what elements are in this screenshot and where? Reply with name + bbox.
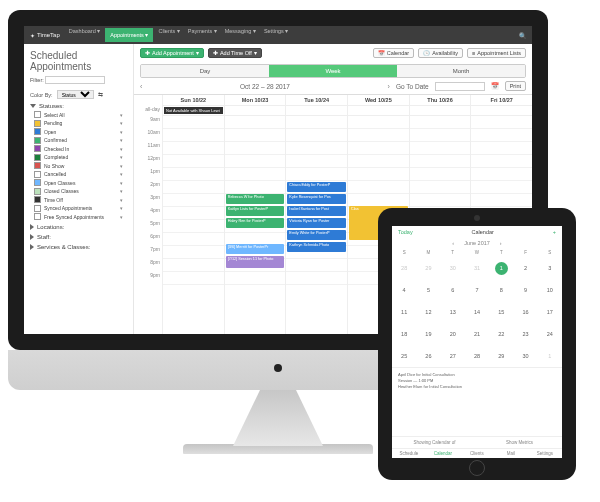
day-column[interactable] bbox=[162, 116, 224, 334]
add-timeoff-button[interactable]: ✚ Add Time Off ▾ bbox=[208, 48, 262, 58]
ipad-today-button[interactable]: Today bbox=[398, 229, 413, 235]
ipad-day-cell[interactable]: 21 bbox=[465, 323, 489, 345]
ipad-day-cell[interactable]: 30 bbox=[513, 345, 537, 367]
ipad-day-cell[interactable]: 25 bbox=[392, 345, 416, 367]
allday-event[interactable]: Not Available with Shaun Lewi bbox=[164, 107, 223, 114]
status-item[interactable]: Select All▾ bbox=[34, 111, 127, 118]
section-staff[interactable]: Staff: bbox=[30, 234, 127, 240]
ipad-day-cell[interactable]: 1 bbox=[489, 257, 513, 279]
ipad-tab[interactable]: Settings bbox=[528, 449, 562, 458]
ipad-next-month[interactable]: › bbox=[500, 240, 502, 246]
ipad-day-cell[interactable]: 29 bbox=[489, 345, 513, 367]
filter-input[interactable] bbox=[45, 76, 105, 84]
ipad-day-cell[interactable]: 4 bbox=[392, 279, 416, 301]
calendar-picker-icon[interactable]: 📅 bbox=[491, 82, 499, 90]
ipad-day-cell[interactable]: 19 bbox=[416, 323, 440, 345]
tab-week[interactable]: Week bbox=[269, 65, 397, 77]
ipad-day-cell[interactable]: 31 bbox=[465, 257, 489, 279]
ipad-day-cell[interactable]: 5 bbox=[416, 279, 440, 301]
ipad-day-cell[interactable]: 8 bbox=[489, 279, 513, 301]
allday-cell[interactable] bbox=[347, 106, 409, 116]
ipad-list-item[interactable]: Session — 1:00 PM bbox=[398, 378, 556, 383]
ipad-day-cell[interactable]: 22 bbox=[489, 323, 513, 345]
ipad-day-cell[interactable]: 6 bbox=[441, 279, 465, 301]
status-item[interactable]: Completed▾ bbox=[34, 154, 127, 161]
allday-cell[interactable]: Not Available with Shaun Lewi bbox=[162, 106, 224, 116]
calendar-button[interactable]: 📅 Calendar bbox=[373, 48, 414, 58]
ipad-day-cell[interactable]: 1 bbox=[538, 345, 562, 367]
status-item[interactable]: Free Synced Appointments▾ bbox=[34, 213, 127, 220]
calendar-event[interactable]: Chiara Eddy for PosterP bbox=[287, 182, 346, 192]
appointment-lists-button[interactable]: ≡ Appointment Lists bbox=[467, 48, 526, 58]
nav-item-payments[interactable]: Payments ▾ bbox=[185, 28, 220, 42]
ipad-tab[interactable]: Clients bbox=[460, 449, 494, 458]
day-column[interactable]: Rebecca W for PhotoKaitlyn Lists for Pos… bbox=[224, 116, 286, 334]
status-item[interactable]: Open Classes▾ bbox=[34, 179, 127, 186]
ipad-list-item[interactable]: April Dice for Initial Consultation bbox=[398, 372, 556, 377]
ipad-day-cell[interactable]: 28 bbox=[465, 345, 489, 367]
ipad-day-cell[interactable]: 10 bbox=[538, 279, 562, 301]
ipad-day-cell[interactable]: 15 bbox=[489, 301, 513, 323]
calendar-event[interactable]: Kaitlyn Lists for PosterP bbox=[226, 206, 285, 216]
status-item[interactable]: Time Off▾ bbox=[34, 196, 127, 203]
ipad-day-cell[interactable]: 30 bbox=[441, 257, 465, 279]
ipad-day-cell[interactable]: 13 bbox=[441, 301, 465, 323]
ipad-day-cell[interactable]: 12 bbox=[416, 301, 440, 323]
ipad-day-cell[interactable]: 18 bbox=[392, 323, 416, 345]
status-item[interactable]: Open▾ bbox=[34, 128, 127, 135]
next-week-button[interactable]: › bbox=[388, 83, 390, 90]
ipad-day-cell[interactable]: 3 bbox=[538, 257, 562, 279]
print-button[interactable]: Print bbox=[505, 81, 526, 91]
ipad-day-cell[interactable]: 27 bbox=[441, 345, 465, 367]
prev-week-button[interactable]: ‹ bbox=[140, 83, 142, 90]
calendar-event[interactable]: [3/6] Merritt for PosterPr bbox=[226, 244, 285, 254]
day-header[interactable]: Thu 10/26 bbox=[409, 95, 471, 106]
status-item[interactable]: Cancelled▾ bbox=[34, 171, 127, 178]
calendar-event[interactable]: Isabel Santana for Post bbox=[287, 206, 346, 216]
day-header[interactable]: Tue 10/24 bbox=[285, 95, 347, 106]
status-item[interactable]: No Show▾ bbox=[34, 162, 127, 169]
colorby-toggle-icon[interactable]: ⇆ bbox=[98, 92, 103, 98]
ipad-footer-left[interactable]: Showing Calendar of bbox=[392, 437, 477, 448]
nav-item-clients[interactable]: Clients ▾ bbox=[155, 28, 182, 42]
ipad-prev-month[interactable]: ‹ bbox=[452, 240, 454, 246]
go-to-date-input[interactable] bbox=[435, 82, 485, 91]
calendar-event[interactable]: Haley Ren for PosterP bbox=[226, 218, 285, 228]
day-header[interactable]: Sun 10/22 bbox=[162, 95, 224, 106]
status-item[interactable]: Synced Appointments▾ bbox=[34, 205, 127, 212]
ipad-day-cell[interactable]: 24 bbox=[538, 323, 562, 345]
availability-button[interactable]: 🕓 Availability bbox=[418, 48, 463, 58]
section-services[interactable]: Services & Classes: bbox=[30, 244, 127, 250]
status-item[interactable]: Confirmed▾ bbox=[34, 137, 127, 144]
calendar-event[interactable]: [7/12] Session 11 for Photo bbox=[226, 256, 285, 268]
ipad-day-cell[interactable]: 9 bbox=[513, 279, 537, 301]
colorby-select[interactable]: Status bbox=[57, 90, 94, 99]
ipad-day-cell[interactable]: 14 bbox=[465, 301, 489, 323]
ipad-day-cell[interactable]: 29 bbox=[416, 257, 440, 279]
nav-item-appointments[interactable]: Appointments ▾ bbox=[105, 28, 153, 42]
calendar-event[interactable]: Emily White for PosterP bbox=[287, 230, 346, 240]
section-locations[interactable]: Locations: bbox=[30, 224, 127, 230]
tab-month[interactable]: Month bbox=[397, 65, 525, 77]
ipad-day-cell[interactable]: 7 bbox=[465, 279, 489, 301]
day-header[interactable]: Wed 10/25 bbox=[347, 95, 409, 106]
nav-item-settings[interactable]: Settings ▾ bbox=[261, 28, 291, 42]
nav-item-dashboard[interactable]: Dashboard ▾ bbox=[66, 28, 103, 42]
allday-cell[interactable] bbox=[285, 106, 347, 116]
ipad-day-cell[interactable]: 16 bbox=[513, 301, 537, 323]
status-item[interactable]: Checked In▾ bbox=[34, 145, 127, 152]
day-header[interactable]: Fri 10/27 bbox=[470, 95, 532, 106]
ipad-tab[interactable]: Calendar bbox=[426, 449, 460, 458]
ipad-day-cell[interactable]: 17 bbox=[538, 301, 562, 323]
brand[interactable]: ✦ TimeTap bbox=[30, 32, 60, 39]
tab-day[interactable]: Day bbox=[141, 65, 269, 77]
search-icon[interactable]: 🔍 bbox=[519, 32, 526, 39]
allday-cell[interactable] bbox=[409, 106, 471, 116]
ipad-day-cell[interactable]: 26 bbox=[416, 345, 440, 367]
ipad-day-cell[interactable]: 2 bbox=[513, 257, 537, 279]
calendar-event[interactable]: Victoria Ryan for Poster bbox=[287, 218, 346, 228]
nav-item-messaging[interactable]: Messaging ▾ bbox=[222, 28, 259, 42]
day-column[interactable]: Chiara Eddy for PosterPKylie Rosenquist … bbox=[285, 116, 347, 334]
status-item[interactable]: Pending▾ bbox=[34, 120, 127, 127]
ipad-day-cell[interactable]: 11 bbox=[392, 301, 416, 323]
